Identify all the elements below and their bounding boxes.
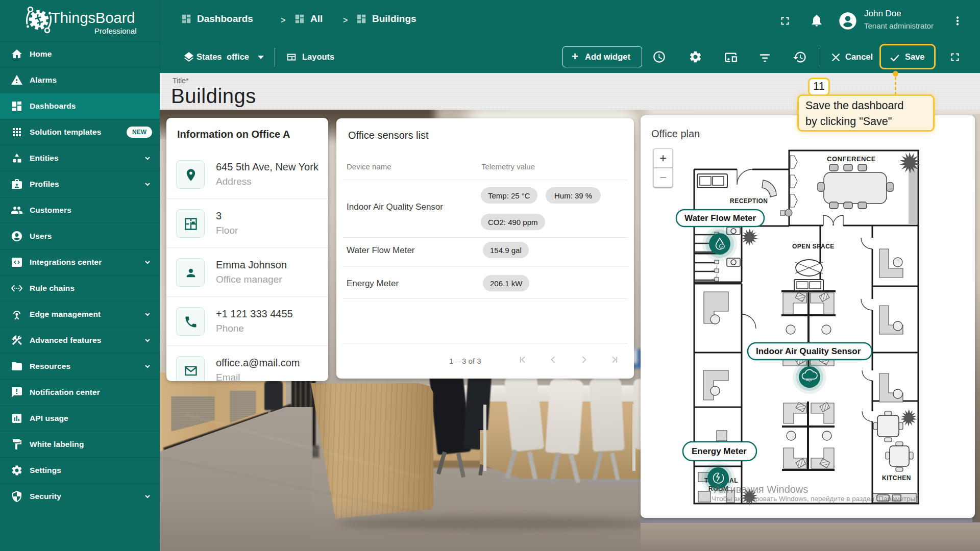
svg-text:Energy Meter: Energy Meter	[692, 446, 747, 456]
svg-text:Indoor Air Quality Sensor: Indoor Air Quality Sensor	[756, 346, 861, 356]
svg-text:AQI: AQI	[806, 378, 812, 382]
svg-text:CONFERENCE: CONFERENCE	[827, 155, 876, 163]
svg-text:RECEPTION: RECEPTION	[730, 197, 768, 205]
svg-text:Water Flow Meter: Water Flow Meter	[684, 213, 756, 223]
svg-text:OPEN SPACE: OPEN SPACE	[792, 243, 835, 250]
svg-text:KITCHEN: KITCHEN	[882, 474, 911, 482]
